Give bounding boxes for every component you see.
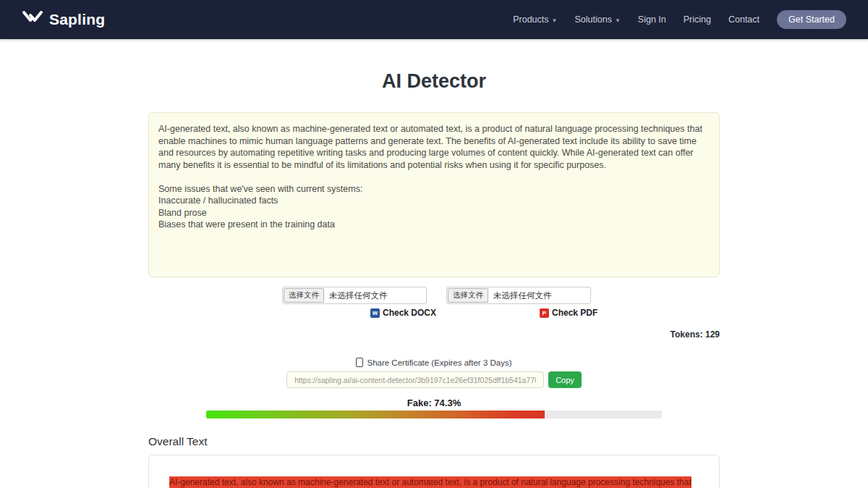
pdf-file-input[interactable]: 选择文件 未选择任何文件 [446, 287, 591, 304]
nav-item-solutions[interactable]: Solutions▼ [574, 14, 620, 25]
no-file-selected-label: 未选择任何文件 [493, 290, 552, 301]
chevron-down-icon: ▼ [615, 17, 621, 24]
word-doc-icon: w [370, 308, 380, 318]
clipboard-icon [356, 358, 363, 367]
choose-file-button[interactable]: 选择文件 [448, 288, 488, 303]
sapling-logo[interactable]: Sapling [22, 9, 105, 30]
nav-item-contact[interactable]: Contact [728, 14, 760, 25]
brand-name: Sapling [49, 11, 105, 28]
chevron-down-icon: ▼ [552, 17, 558, 24]
page: Sapling Products▼ Solutions▼ Sign In Pri… [0, 0, 868, 488]
score-bar-fill [206, 411, 545, 418]
copy-button[interactable]: Copy [548, 371, 582, 388]
no-file-selected-label: 未选择任何文件 [329, 290, 388, 301]
editor-paragraph: AI-generated text, also known as machine… [158, 123, 710, 171]
score-bar-track [206, 411, 662, 418]
editor-issue-line: Biases that were present in the training… [158, 219, 710, 231]
nav-menu: Products▼ Solutions▼ Sign In Pricing Con… [513, 10, 846, 29]
editor-blank-line [158, 171, 710, 183]
nav-item-products[interactable]: Products▼ [513, 14, 557, 25]
get-started-button[interactable]: Get Started [777, 10, 846, 29]
nav-item-pricing[interactable]: Pricing [684, 14, 711, 25]
editor-issue-line: Bland prose [158, 207, 710, 219]
page-title: AI Detector [0, 70, 868, 93]
highlighted-sentence[interactable]: AI-generated text, also known as machine… [169, 476, 692, 488]
pdf-doc-icon: P [540, 308, 549, 318]
editor-issues-intro: Some issues that we've seen with current… [158, 183, 710, 195]
overall-text-heading: Overall Text [148, 435, 208, 448]
sapling-leaf-icon [22, 9, 43, 30]
top-nav: Sapling Products▼ Solutions▼ Sign In Pri… [0, 0, 868, 39]
editor-issue-line: Inaccurate / hallucinated facts [158, 195, 710, 207]
fake-score-label: Fake: 74.3% [0, 397, 868, 408]
check-docx-link[interactable]: w Check DOCX [370, 308, 436, 318]
share-url-row: Copy [0, 371, 868, 388]
text-input-area[interactable]: AI-generated text, also known as machine… [148, 112, 720, 277]
share-row: Share Certificate (Expires after 3 Days) [0, 357, 868, 370]
certificate-url-input[interactable] [286, 371, 544, 388]
check-pdf-link[interactable]: P Check PDF [540, 308, 597, 318]
choose-file-button[interactable]: 选择文件 [284, 288, 324, 303]
docx-file-input[interactable]: 选择文件 未选择任何文件 [282, 287, 427, 304]
tokens-count: Tokens: 129 [671, 329, 720, 340]
share-certificate-link[interactable]: Share Certificate (Expires after 3 Days) [356, 358, 511, 367]
overall-text-card: AI-generated text, also known as machine… [148, 455, 720, 488]
nav-item-sign-in[interactable]: Sign In [638, 14, 666, 25]
